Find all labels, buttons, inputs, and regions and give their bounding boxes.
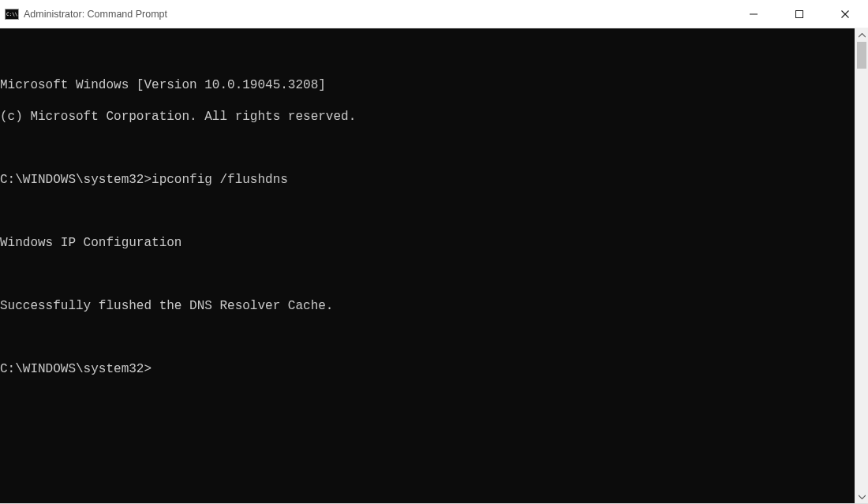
close-icon: [841, 10, 849, 18]
window-title: Administrator: Command Prompt: [24, 9, 167, 20]
minimize-button[interactable]: [731, 0, 776, 28]
terminal-line: (c) Microsoft Corporation. All rights re…: [0, 109, 855, 125]
terminal-lines: Microsoft Windows [Version 10.0.19045.32…: [0, 62, 855, 409]
scroll-down-button[interactable]: [855, 490, 868, 503]
scroll-thumb[interactable]: [857, 42, 866, 69]
terminal-line: C:\WINDOWS\system32>ipconfig /flushdns: [0, 172, 855, 188]
terminal-line: Microsoft Windows [Version 10.0.19045.32…: [0, 77, 855, 93]
terminal-line: [0, 140, 855, 156]
maximize-icon: [795, 10, 803, 18]
window: C:\\. Administrator: Command Prompt: [0, 0, 868, 504]
scroll-track[interactable]: [855, 42, 868, 490]
close-button[interactable]: [822, 0, 868, 28]
terminal-line: [0, 203, 855, 219]
chevron-down-icon: [859, 495, 866, 499]
client-area: Microsoft Windows [Version 10.0.19045.32…: [0, 28, 868, 503]
terminal-line: Windows IP Configuration: [0, 235, 855, 251]
terminal-line: [0, 330, 855, 345]
vertical-scrollbar[interactable]: [855, 28, 868, 503]
terminal-line: [0, 267, 855, 282]
maximize-button[interactable]: [776, 0, 822, 28]
titlebar[interactable]: C:\\. Administrator: Command Prompt: [0, 0, 868, 28]
window-controls: [731, 0, 868, 28]
terminal-line: C:\WINDOWS\system32>: [0, 361, 855, 377]
svg-rect-4: [796, 10, 803, 17]
minimize-icon: [750, 10, 758, 18]
svg-rect-3: [750, 13, 758, 14]
scroll-up-button[interactable]: [855, 28, 868, 42]
cmd-icon: C:\\.: [5, 9, 19, 20]
terminal-line: Successfully flushed the DNS Resolver Ca…: [0, 298, 855, 314]
svg-text:C:\\.: C:\\.: [6, 11, 19, 17]
terminal[interactable]: Microsoft Windows [Version 10.0.19045.32…: [0, 28, 855, 503]
chevron-up-icon: [859, 33, 866, 38]
